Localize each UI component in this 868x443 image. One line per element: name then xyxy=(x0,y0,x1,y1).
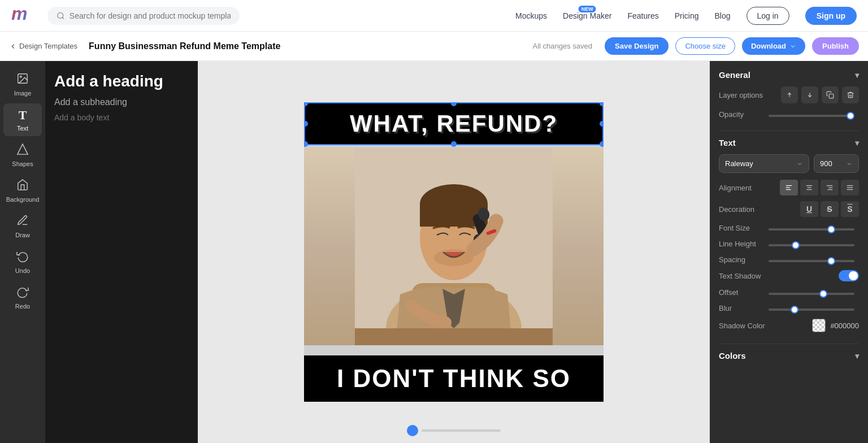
nav-blog[interactable]: Blog xyxy=(714,11,730,20)
sidebar-item-text[interactable]: T Text xyxy=(3,103,42,136)
nav-features[interactable]: Features xyxy=(627,11,658,20)
sidebar-label-redo: Redo xyxy=(15,303,30,310)
image-icon xyxy=(16,72,29,88)
meme-canvas[interactable]: WHAT, REFUND? xyxy=(304,102,604,402)
layer-options-row: Layer options xyxy=(719,86,859,103)
strikethrough-button[interactable]: S xyxy=(821,201,839,217)
meme-top-bar[interactable]: WHAT, REFUND? xyxy=(304,102,604,145)
font-size-slider-container xyxy=(769,223,854,233)
canvas-area[interactable]: WHAT, REFUND? xyxy=(198,61,710,443)
sidebar-item-draw[interactable]: Draw xyxy=(3,210,42,243)
layer-delete-button[interactable] xyxy=(842,86,859,103)
line-height-slider-container xyxy=(769,238,854,249)
layer-options-buttons xyxy=(781,86,859,103)
search-input[interactable] xyxy=(70,11,231,20)
layer-duplicate-button[interactable] xyxy=(822,86,839,103)
choose-size-button[interactable]: Choose size xyxy=(675,37,735,55)
alignment-label: Alignment xyxy=(719,184,764,192)
layer-to-front-button[interactable] xyxy=(781,86,798,103)
scroll-track[interactable] xyxy=(422,429,501,432)
align-left-button[interactable] xyxy=(780,180,798,196)
general-section: General ▾ Layer options xyxy=(719,70,859,119)
add-subheading[interactable]: Add a subheading xyxy=(54,97,189,107)
person-image xyxy=(304,147,604,345)
handle-bl[interactable] xyxy=(304,141,308,147)
colors-chevron-icon[interactable]: ▾ xyxy=(855,351,859,361)
handle-mr[interactable] xyxy=(600,121,604,127)
nav-design-maker[interactable]: NEW Design Maker xyxy=(563,11,611,20)
meme-person-area[interactable] xyxy=(304,147,604,345)
shapes-icon xyxy=(16,143,29,158)
handle-tr[interactable] xyxy=(600,102,604,106)
blur-slider[interactable] xyxy=(769,309,854,311)
offset-slider[interactable] xyxy=(769,293,854,295)
handle-bc[interactable] xyxy=(451,141,457,147)
sidebar-item-image[interactable]: Image xyxy=(3,68,42,101)
add-body-text[interactable]: Add a body text xyxy=(54,113,189,122)
handle-ml[interactable] xyxy=(304,121,308,127)
shadow-color-swatch[interactable] xyxy=(812,319,826,332)
colors-section-header: Colors ▾ xyxy=(719,351,859,361)
shadow-color-row: Shadow Color #000000 xyxy=(719,319,859,332)
spacing-slider[interactable] xyxy=(769,260,854,262)
person-svg xyxy=(355,147,553,345)
login-button[interactable]: Log in xyxy=(747,7,789,25)
download-button[interactable]: Download xyxy=(742,37,805,55)
layer-options-label: Layer options xyxy=(719,91,764,99)
text-chevron-icon[interactable]: ▾ xyxy=(855,138,859,147)
nav-pricing[interactable]: Pricing xyxy=(675,11,699,20)
meme-bottom-bar[interactable]: I DON'T THINK SO xyxy=(304,355,604,402)
font-size-slider[interactable] xyxy=(769,228,854,231)
shadow-color-label: Shadow Color xyxy=(719,322,765,330)
line-height-slider[interactable] xyxy=(769,244,854,246)
font-family-select[interactable]: Raleway xyxy=(719,154,809,173)
blur-label: Blur xyxy=(719,304,764,312)
spacing-label: Spacing xyxy=(719,255,764,264)
page-title: Funny Businessman Refund Meme Template xyxy=(89,41,280,51)
search-icon xyxy=(57,11,65,20)
text-shadow-row: Text Shadow xyxy=(719,270,859,281)
align-center-button[interactable] xyxy=(800,180,818,196)
align-justify-button[interactable] xyxy=(841,180,859,196)
layer-to-back-button[interactable] xyxy=(801,86,818,103)
back-icon xyxy=(9,42,17,50)
handle-tl[interactable] xyxy=(304,102,308,106)
sidebar-item-undo[interactable]: Undo xyxy=(3,245,42,279)
decoration-buttons: U S S xyxy=(800,201,859,217)
text-shadow-toggle[interactable] xyxy=(839,270,859,281)
underline-button[interactable]: U xyxy=(800,201,818,217)
align-right-button[interactable] xyxy=(821,180,839,196)
strikethrough2-button[interactable]: S xyxy=(841,201,859,217)
sidebar-item-background[interactable]: Background xyxy=(3,174,42,207)
decoration-label: Decoration xyxy=(719,205,764,214)
save-design-button[interactable]: Save Design xyxy=(605,37,669,55)
handle-br[interactable] xyxy=(600,141,604,147)
blur-row: Blur xyxy=(719,303,859,313)
editor-toolbar: Design Templates Funny Businessman Refun… xyxy=(0,32,868,61)
general-chevron-icon[interactable]: ▾ xyxy=(855,71,859,80)
redo-icon xyxy=(16,285,29,301)
divider-1 xyxy=(719,131,859,131)
app-logo[interactable]: m xyxy=(11,5,38,27)
meme-bottom-text: I DON'T THINK SO xyxy=(337,364,571,393)
sidebar-label-background: Background xyxy=(6,196,40,203)
alignment-row: Alignment xyxy=(719,180,859,196)
signup-button[interactable]: Sign up xyxy=(805,7,857,25)
offset-row: Offset xyxy=(719,287,859,297)
sidebar-item-redo[interactable]: Redo xyxy=(3,281,42,314)
text-section-header: Text ▾ xyxy=(719,138,859,147)
sidebar-label-image: Image xyxy=(14,90,32,97)
svg-rect-18 xyxy=(829,94,834,98)
sidebar-item-shapes[interactable]: Shapes xyxy=(3,138,42,172)
search-bar[interactable] xyxy=(47,7,240,25)
opacity-label: Opacity xyxy=(719,110,764,119)
new-badge: NEW xyxy=(579,6,596,12)
add-heading[interactable]: Add a heading xyxy=(54,72,189,90)
publish-button[interactable]: Publish xyxy=(812,37,859,55)
nav-mockups[interactable]: Mockups xyxy=(515,11,547,20)
opacity-slider[interactable] xyxy=(769,115,854,117)
scroll-thumb[interactable] xyxy=(407,425,418,436)
font-weight-select[interactable]: 900 xyxy=(814,154,859,173)
back-to-templates[interactable]: Design Templates xyxy=(9,42,77,50)
handle-tc[interactable] xyxy=(451,102,457,106)
